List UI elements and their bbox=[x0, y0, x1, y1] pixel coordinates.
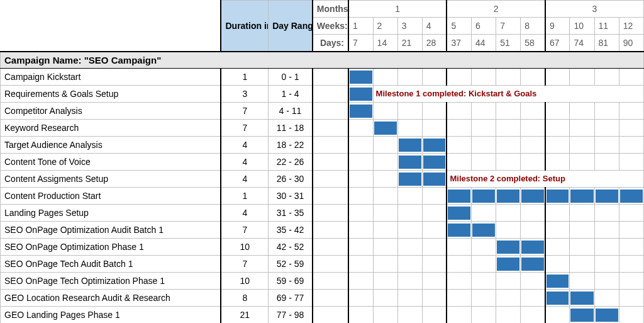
gantt-bar bbox=[397, 154, 422, 171]
gantt-bar bbox=[496, 188, 521, 205]
month-3: 3 bbox=[545, 1, 644, 18]
gantt-bar bbox=[422, 171, 447, 188]
day-8: 58 bbox=[521, 35, 545, 52]
task-row: SEO OnPage Tech Optimization Phase 1 10 … bbox=[1, 273, 644, 290]
task-row: SEO OnPage Optimization Phase 1 10 42 - … bbox=[1, 239, 644, 256]
gantt-bar bbox=[570, 290, 594, 307]
task-name: Requirements & Goals Setup bbox=[1, 86, 221, 103]
gantt-bar bbox=[594, 307, 619, 324]
task-row: Landing Pages Setup 4 31 - 35 bbox=[1, 205, 644, 222]
gantt-bar bbox=[594, 188, 619, 205]
task-row: SEO OnPage Optimization Audit Batch 1 7 … bbox=[1, 222, 644, 239]
week-10: 10 bbox=[570, 18, 594, 35]
gantt-bar bbox=[397, 171, 422, 188]
day-9: 67 bbox=[545, 35, 570, 52]
task-duration: 1 bbox=[221, 69, 268, 86]
day-11: 81 bbox=[594, 35, 619, 52]
header-months-row: Duration in Days Day Range Months: 1 2 3 bbox=[1, 1, 644, 18]
gantt-bar bbox=[348, 69, 373, 86]
campaign-title: Campaign Name: "SEO Campaign" bbox=[1, 52, 644, 69]
header-months-label: Months: bbox=[313, 1, 348, 18]
day-1: 7 bbox=[348, 35, 373, 52]
week-12: 12 bbox=[619, 18, 643, 35]
day-10: 74 bbox=[570, 35, 594, 52]
campaign-title-row: Campaign Name: "SEO Campaign" bbox=[1, 52, 644, 69]
gantt-bar bbox=[348, 103, 373, 120]
day-5: 37 bbox=[447, 35, 471, 52]
task-row: Keyword Research 7 11 - 18 bbox=[1, 120, 644, 137]
week-1: 1 bbox=[348, 18, 373, 35]
gantt-chart: Duration in Days Day Range Months: 1 2 3… bbox=[0, 0, 644, 323]
gantt-bar bbox=[521, 256, 545, 273]
day-12: 90 bbox=[619, 35, 643, 52]
week-7: 7 bbox=[496, 18, 521, 35]
gantt-bar bbox=[545, 290, 570, 307]
task-row: Target Audience Analysis 4 18 - 22 bbox=[1, 137, 644, 154]
month-2: 2 bbox=[447, 1, 545, 18]
day-2: 14 bbox=[373, 35, 397, 52]
day-3: 21 bbox=[397, 35, 422, 52]
gantt-bar bbox=[348, 86, 373, 103]
week-8: 8 bbox=[521, 18, 545, 35]
gantt-bar bbox=[397, 137, 422, 154]
task-row: Competitor Analysis 7 4 - 11 bbox=[1, 103, 644, 120]
day-4: 28 bbox=[422, 35, 447, 52]
gantt-bar bbox=[447, 205, 471, 222]
gantt-bar bbox=[447, 222, 471, 239]
milestone-1: Milestone 1 completed: Kickstart & Goals bbox=[373, 86, 643, 103]
gantt-bar bbox=[521, 188, 545, 205]
week-5: 5 bbox=[447, 18, 471, 35]
header-weeks-label: Weeks: bbox=[313, 18, 348, 35]
gantt-bar bbox=[619, 188, 643, 205]
gantt-bar bbox=[373, 120, 397, 137]
month-1: 1 bbox=[348, 1, 447, 18]
gantt-bar bbox=[472, 188, 496, 205]
gantt-bar bbox=[422, 137, 447, 154]
header-range: Day Range bbox=[269, 1, 313, 52]
week-3: 3 bbox=[397, 18, 422, 35]
task-row: Requirements & Goals Setup 3 1 - 4 Miles… bbox=[1, 86, 644, 103]
header-duration: Duration in Days bbox=[221, 1, 268, 52]
week-6: 6 bbox=[472, 18, 496, 35]
header-days-label: Days: bbox=[313, 35, 348, 52]
week-4: 4 bbox=[422, 18, 447, 35]
gantt-bar bbox=[496, 256, 521, 273]
task-row: Content Tone of Voice 4 22 - 26 bbox=[1, 154, 644, 171]
task-row: SEO OnPage Tech Audit Batch 1 7 52 - 59 bbox=[1, 256, 644, 273]
day-6: 44 bbox=[472, 35, 496, 52]
gantt-bar bbox=[545, 273, 570, 290]
week-2: 2 bbox=[373, 18, 397, 35]
task-row: Campaign Kickstart 1 0 - 1 bbox=[1, 69, 644, 86]
week-11: 11 bbox=[594, 18, 619, 35]
task-name: Campaign Kickstart bbox=[1, 69, 221, 86]
task-row: GEO Location Research Audit & Research 8… bbox=[1, 290, 644, 307]
milestone-2: Milestone 2 completed: Setup bbox=[447, 171, 643, 188]
gantt-bar bbox=[472, 222, 496, 239]
task-row: Content Assigments Setup 4 26 - 30 Miles… bbox=[1, 171, 644, 188]
task-row: GEO Landing Pages Phase 1 21 77 - 98 bbox=[1, 307, 644, 324]
gantt-bar bbox=[447, 188, 471, 205]
gantt-bar bbox=[570, 188, 594, 205]
gantt-bar bbox=[496, 239, 521, 256]
task-row: Content Production Start 1 30 - 31 bbox=[1, 188, 644, 205]
gantt-bar bbox=[422, 154, 447, 171]
week-9: 9 bbox=[545, 18, 570, 35]
day-7: 51 bbox=[496, 35, 521, 52]
gantt-bar bbox=[521, 239, 545, 256]
task-range: 0 - 1 bbox=[269, 69, 313, 86]
gantt-bar bbox=[570, 307, 594, 324]
gantt-bar bbox=[545, 188, 570, 205]
